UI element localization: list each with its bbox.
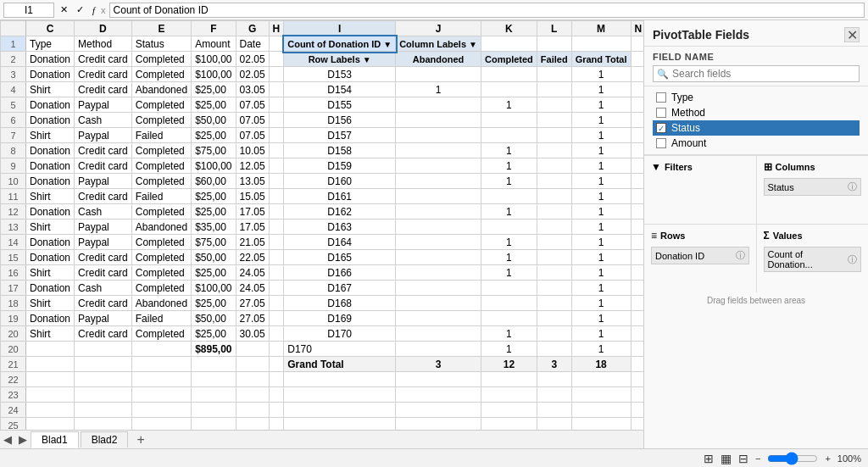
- cell-n18[interactable]: [631, 296, 643, 311]
- cell-d16[interactable]: Credit card: [75, 265, 132, 281]
- cell-n22[interactable]: [631, 372, 643, 387]
- cell-m5[interactable]: 1: [571, 97, 631, 113]
- cell-i20[interactable]: D170: [284, 342, 396, 357]
- cell-e21[interactable]: [131, 357, 191, 372]
- cell-d9[interactable]: Credit card: [75, 158, 132, 174]
- cell-g9[interactable]: 12.05: [236, 158, 269, 174]
- cell-n11[interactable]: [631, 189, 643, 204]
- cell-e5[interactable]: Completed: [131, 97, 191, 113]
- cell-l20[interactable]: [537, 342, 571, 357]
- cell-m20[interactable]: 1: [571, 342, 631, 357]
- cell-f19[interactable]: $50,00: [192, 311, 236, 326]
- cell-h25[interactable]: [269, 418, 284, 431]
- cell-f1[interactable]: Amount: [192, 36, 236, 52]
- cell-d1[interactable]: Method: [75, 36, 132, 52]
- cell-n1[interactable]: [631, 36, 643, 52]
- cell-g21[interactable]: [236, 357, 269, 372]
- cell-m11[interactable]: 1: [571, 189, 631, 204]
- cell-g6[interactable]: 07.05: [236, 113, 269, 128]
- cell-m2[interactable]: Grand Total: [571, 52, 631, 67]
- cell-f13[interactable]: $35,00: [192, 220, 236, 235]
- cell-k10[interactable]: 1: [481, 174, 537, 189]
- cell-i23[interactable]: [284, 387, 396, 403]
- cell-g10[interactable]: 13.05: [236, 174, 269, 189]
- cell-g7[interactable]: 07.05: [236, 128, 269, 143]
- pivot-close-button[interactable]: ✕: [844, 27, 860, 42]
- cell-h15[interactable]: [269, 250, 284, 265]
- grid-view-icon[interactable]: ⊞: [704, 452, 714, 465]
- cell-g1[interactable]: Date: [236, 36, 269, 52]
- cell-l9[interactable]: [537, 158, 571, 174]
- cell-h17[interactable]: [269, 281, 284, 296]
- cell-i24[interactable]: [284, 403, 396, 418]
- cell-g20[interactable]: [236, 342, 269, 357]
- cell-c19[interactable]: Donation: [26, 311, 75, 326]
- field-item-type[interactable]: Type: [653, 90, 860, 105]
- cell-k25[interactable]: [481, 418, 537, 431]
- cell-e14[interactable]: Completed: [131, 235, 191, 250]
- col-header-l[interactable]: L: [537, 21, 571, 36]
- cell-k13[interactable]: [481, 220, 537, 235]
- field-item-amount[interactable]: Amount: [653, 136, 860, 151]
- cell-e20[interactable]: [131, 342, 191, 357]
- cell-n6[interactable]: [631, 113, 643, 128]
- cell-k3[interactable]: [481, 67, 537, 82]
- sheet-tab-blad1[interactable]: Blad1: [31, 431, 79, 448]
- cell-m14[interactable]: 1: [571, 235, 631, 250]
- cell-g14[interactable]: 21.05: [236, 235, 269, 250]
- cell-c8[interactable]: Donation: [26, 143, 75, 158]
- cell-e2[interactable]: Completed: [131, 52, 191, 67]
- cell-j17[interactable]: [396, 281, 481, 296]
- cell-e25[interactable]: [131, 418, 191, 431]
- col-header-d[interactable]: D: [75, 21, 132, 36]
- cell-h9[interactable]: [269, 158, 284, 174]
- cell-m3[interactable]: 1: [571, 67, 631, 82]
- cell-i18[interactable]: D168: [284, 296, 396, 311]
- col-header-g[interactable]: G: [236, 21, 269, 36]
- cell-d8[interactable]: Credit card: [75, 143, 132, 158]
- cell-c11[interactable]: Shirt: [26, 189, 75, 204]
- cell-f10[interactable]: $60,00: [192, 174, 236, 189]
- cell-e17[interactable]: Completed: [131, 281, 191, 296]
- cell-l16[interactable]: [537, 265, 571, 281]
- cell-f20[interactable]: $25,00: [192, 326, 236, 342]
- cell-m19[interactable]: 1: [571, 311, 631, 326]
- cell-c9[interactable]: Donation: [26, 158, 75, 174]
- cell-e10[interactable]: Completed: [131, 174, 191, 189]
- cell-n14[interactable]: [631, 235, 643, 250]
- cell-i1[interactable]: Count of Donation ID ▼: [284, 36, 396, 52]
- cell-n10[interactable]: [631, 174, 643, 189]
- cell-h6[interactable]: [269, 113, 284, 128]
- cell-f16[interactable]: $25,00: [192, 265, 236, 281]
- cell-m20[interactable]: 1: [571, 326, 631, 342]
- cell-h20[interactable]: [269, 342, 284, 357]
- cell-h4[interactable]: [269, 82, 284, 97]
- cell-j21[interactable]: 3: [396, 357, 481, 372]
- cell-c13[interactable]: Shirt: [26, 220, 75, 235]
- cell-h5[interactable]: [269, 97, 284, 113]
- cell-c17[interactable]: Donation: [26, 281, 75, 296]
- cell-d20[interactable]: Credit card: [75, 326, 132, 342]
- cell-j8[interactable]: [396, 143, 481, 158]
- cell-k16[interactable]: 1: [481, 265, 537, 281]
- cell-j18[interactable]: [396, 296, 481, 311]
- cell-f17[interactable]: $100,00: [192, 281, 236, 296]
- cell-m6[interactable]: 1: [571, 113, 631, 128]
- cell-k6[interactable]: [481, 113, 537, 128]
- rows-donationid-item[interactable]: Donation ID ⓘ: [651, 247, 749, 264]
- cell-l23[interactable]: [537, 387, 571, 403]
- cell-j1[interactable]: Column Labels ▼: [396, 36, 481, 52]
- cell-i15[interactable]: D165: [284, 250, 396, 265]
- sheet-nav-right[interactable]: ▶: [15, 433, 31, 446]
- cell-e15[interactable]: Completed: [131, 250, 191, 265]
- cell-j9[interactable]: [396, 158, 481, 174]
- cell-l13[interactable]: [537, 220, 571, 235]
- cell-i25[interactable]: [284, 418, 396, 431]
- cell-f22[interactable]: [192, 372, 236, 387]
- cell-j4[interactable]: 1: [396, 82, 481, 97]
- cell-e6[interactable]: Completed: [131, 113, 191, 128]
- cell-n20[interactable]: [631, 342, 643, 357]
- cell-d11[interactable]: Credit card: [75, 189, 132, 204]
- cell-f14[interactable]: $75,00: [192, 235, 236, 250]
- cell-h8[interactable]: [269, 143, 284, 158]
